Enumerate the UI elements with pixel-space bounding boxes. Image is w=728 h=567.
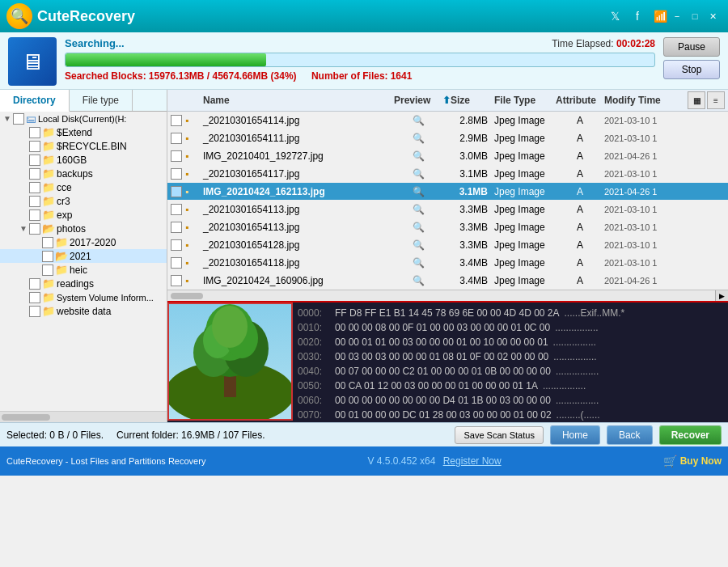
hex-line: 0020: 00 00 01 01 00 03 00 00 00 01 00 1…	[298, 335, 723, 349]
file-list-body: ▪ _20210301654114.jpg 🔍 2.8MB Jpeg Image…	[167, 112, 728, 290]
grid-view-button[interactable]: ▦	[688, 91, 705, 109]
tree-node-2021[interactable]: 📂 2021	[0, 249, 167, 263]
tree-toggle-photos[interactable]: ▼	[18, 224, 29, 233]
preview-area: 0000: FF D8 FF E1 B1 14 45 78 69 6E 00 0…	[167, 301, 728, 422]
tree-node-backups[interactable]: 📁 backups	[0, 167, 167, 180]
row-checkbox[interactable]	[171, 257, 182, 269]
folder-icon-exp: 📁	[42, 209, 55, 221]
hex-line: 0060: 00 00 00 00 00 00 00 00 D4 01 1B 0…	[298, 393, 723, 408]
tab-filetype[interactable]: File type	[70, 90, 133, 111]
file-hscrollbar[interactable]: ▶	[167, 290, 728, 301]
svg-point-9	[212, 306, 248, 348]
preview-icon[interactable]: 🔍	[413, 222, 425, 233]
searching-text: Searching...	[65, 37, 125, 49]
preview-icon[interactable]: 🔍	[413, 257, 425, 269]
hscroll-thumb[interactable]	[171, 293, 203, 299]
table-row[interactable]: ▪ _20210301654113.jpg 🔍 3.3MB Jpeg Image…	[167, 218, 728, 236]
file-icon: ▪	[185, 239, 188, 251]
col-modtime-header: Modify Time ▦ ≡	[604, 91, 728, 109]
current-folder: Current folder: 16.9MB / 107 Files.	[116, 429, 265, 441]
tree-node-readings[interactable]: 📁 readings	[0, 277, 167, 290]
maximize-button[interactable]: □	[686, 9, 704, 23]
right-panel: Name Preview ⬆ Size File Type Attribute …	[167, 90, 728, 422]
row-checkbox[interactable]	[171, 168, 182, 180]
tree-node-cr3[interactable]: 📁 cr3	[0, 194, 167, 208]
tree-node-recycle[interactable]: 📁 $RECYCLE.BIN	[0, 139, 167, 153]
pause-button[interactable]: Pause	[663, 37, 720, 57]
recover-button[interactable]: Recover	[659, 425, 722, 445]
file-icon: ▪	[185, 150, 188, 162]
preview-icon[interactable]: 🔍	[413, 133, 425, 144]
search-stats: Searched Blocks: 15976.13MB / 45674.66MB…	[65, 70, 655, 82]
twitter-icon[interactable]: 𝕏	[607, 10, 623, 23]
back-button[interactable]: Back	[607, 425, 653, 445]
hscroll-right[interactable]: ▶	[715, 290, 728, 302]
table-row[interactable]: ▪ _20210301654111.jpg 🔍 2.9MB Jpeg Image…	[167, 129, 728, 147]
save-scan-button[interactable]: Save Scan Status	[455, 426, 543, 444]
file-icon: ▪	[185, 168, 188, 180]
file-icon: ▪	[185, 275, 188, 286]
tree-node-website[interactable]: 📁 website data	[0, 304, 167, 318]
tree-node-cce[interactable]: 📁 cce	[0, 180, 167, 194]
buy-now-link[interactable]: Buy Now	[680, 455, 722, 467]
selected-count: Selected: 0 B / 0 Files.	[6, 429, 104, 441]
row-checkbox[interactable]	[171, 186, 182, 197]
row-checkbox[interactable]	[171, 222, 182, 233]
home-button[interactable]: Home	[550, 425, 600, 445]
row-checkbox[interactable]	[171, 275, 182, 286]
hex-line: 0050: 00 CA 01 12 00 03 00 00 00 01 00 0…	[298, 379, 723, 393]
tree-node-heic[interactable]: 📁 heic	[0, 263, 167, 277]
tab-bar: Directory File type	[0, 90, 167, 112]
view-toggle: ▦ ≡	[688, 91, 725, 109]
table-row[interactable]: ▪ _20210301654117.jpg 🔍 3.1MB Jpeg Image…	[167, 165, 728, 183]
preview-icon[interactable]: 🔍	[413, 186, 425, 197]
tree-root[interactable]: ▼ 🖴 Local Disk(Current)(H:	[0, 112, 167, 125]
preview-icon[interactable]: 🔍	[413, 275, 425, 286]
tree-node-2017[interactable]: 📁 2017-2020	[0, 235, 167, 249]
wifi-icon: 📶	[652, 10, 668, 23]
table-row[interactable]: ▪ IMG_20210424_160906.jpg 🔍 3.4MB Jpeg I…	[167, 272, 728, 290]
list-view-button[interactable]: ≡	[707, 91, 725, 109]
close-button[interactable]: ✕	[704, 9, 722, 23]
table-row[interactable]: ▪ _20210301654113.jpg 🔍 3.3MB Jpeg Image…	[167, 201, 728, 218]
social-icons: 𝕏 f 📶	[607, 10, 668, 23]
table-row[interactable]: ▪ IMG_20210424_162113.jpg 🔍 3.1MB Jpeg I…	[167, 183, 728, 201]
tree-toggle-root[interactable]: ▼	[2, 114, 13, 123]
file-icon: ▪	[185, 257, 188, 269]
folder-icon-backups: 📁	[42, 167, 55, 180]
tree-node-system[interactable]: 📁 System Volume Inform...	[0, 290, 167, 304]
stop-button[interactable]: Stop	[663, 60, 720, 79]
row-checkbox[interactable]	[171, 133, 182, 144]
register-link[interactable]: Register Now	[443, 455, 502, 467]
tab-directory[interactable]: Directory	[0, 90, 70, 112]
tree-node-extend[interactable]: 📁 $Extend	[0, 125, 167, 139]
row-checkbox[interactable]	[171, 204, 182, 215]
table-row[interactable]: ▪ IMG_20210401_192727.jpg 🔍 3.0MB Jpeg I…	[167, 147, 728, 165]
col-size-header[interactable]: ⬆ Size	[442, 95, 491, 106]
preview-icon[interactable]: 🔍	[413, 150, 425, 162]
row-checkbox[interactable]	[171, 115, 182, 126]
row-checkbox[interactable]	[171, 239, 182, 251]
row-checkbox[interactable]	[171, 150, 182, 162]
cart-icon: 🛒	[663, 455, 677, 468]
preview-icon[interactable]: 🔍	[413, 168, 425, 180]
folder-icon-readings: 📁	[42, 277, 55, 290]
tree-node-photos[interactable]: ▼ 📂 photos	[0, 222, 167, 235]
preview-icon[interactable]: 🔍	[413, 204, 425, 215]
version-text: V 4.5.0.452 x64 Register Now	[367, 455, 501, 467]
preview-icon[interactable]: 🔍	[413, 115, 425, 126]
tree-node-160gb[interactable]: 📁 160GB	[0, 153, 167, 167]
table-row[interactable]: ▪ _20210301654118.jpg 🔍 3.4MB Jpeg Image…	[167, 254, 728, 272]
table-row[interactable]: ▪ _20210301654114.jpg 🔍 2.8MB Jpeg Image…	[167, 112, 728, 129]
tree-node-exp[interactable]: 📁 exp	[0, 208, 167, 222]
progress-bar	[65, 53, 655, 67]
table-row[interactable]: ▪ _20210301654128.jpg 🔍 3.3MB Jpeg Image…	[167, 236, 728, 254]
folder-icon-system: 📁	[42, 291, 55, 303]
col-name-header[interactable]: Name	[200, 95, 394, 106]
tree-root-label: Local Disk(Current)(H:	[38, 114, 126, 124]
preview-icon[interactable]: 🔍	[413, 239, 425, 251]
tree-check-root[interactable]	[13, 113, 24, 125]
facebook-icon[interactable]: f	[629, 10, 645, 23]
minimize-button[interactable]: −	[668, 9, 686, 23]
left-hscroll[interactable]	[0, 411, 167, 422]
